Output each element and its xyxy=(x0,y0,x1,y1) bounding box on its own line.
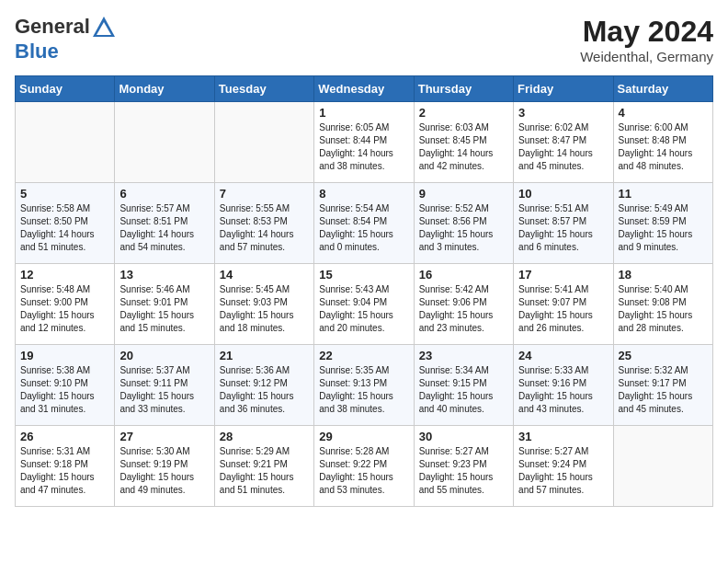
day-info: Sunrise: 6:02 AM Sunset: 8:47 PM Dayligh… xyxy=(518,121,608,173)
day-number: 11 xyxy=(619,187,708,201)
day-info: Sunrise: 5:54 AM Sunset: 8:54 PM Dayligh… xyxy=(319,202,408,254)
day-info: Sunrise: 5:48 AM Sunset: 9:00 PM Dayligh… xyxy=(20,283,109,335)
calendar-cell: 17Sunrise: 5:41 AM Sunset: 9:07 PM Dayli… xyxy=(514,264,613,345)
day-info: Sunrise: 5:38 AM Sunset: 9:10 PM Dayligh… xyxy=(20,364,109,416)
day-number: 31 xyxy=(518,430,608,443)
calendar-cell: 6Sunrise: 5:57 AM Sunset: 8:51 PM Daylig… xyxy=(115,183,214,264)
day-number: 4 xyxy=(619,106,708,120)
calendar-cell xyxy=(115,102,214,183)
calendar-cell xyxy=(613,426,712,507)
calendar-cell: 18Sunrise: 5:40 AM Sunset: 9:08 PM Dayli… xyxy=(613,264,712,345)
day-number: 16 xyxy=(419,268,508,282)
day-number: 27 xyxy=(119,430,209,443)
weekday-header: Wednesday xyxy=(314,76,414,102)
day-info: Sunrise: 5:34 AM Sunset: 9:15 PM Dayligh… xyxy=(419,364,508,416)
calendar-cell: 24Sunrise: 5:33 AM Sunset: 9:16 PM Dayli… xyxy=(514,345,613,426)
calendar-cell: 13Sunrise: 5:46 AM Sunset: 9:01 PM Dayli… xyxy=(115,264,214,345)
calendar-cell xyxy=(214,102,313,183)
day-info: Sunrise: 5:55 AM Sunset: 8:53 PM Dayligh… xyxy=(220,202,309,254)
calendar-cell: 31Sunrise: 5:27 AM Sunset: 9:24 PM Dayli… xyxy=(514,426,613,507)
logo: GeneralBlue xyxy=(15,15,118,63)
page-header: GeneralBlue May 2024 Weidenthal, Germany xyxy=(15,15,713,64)
day-number: 14 xyxy=(220,268,309,282)
day-number: 9 xyxy=(419,187,508,201)
calendar-cell: 9Sunrise: 5:52 AM Sunset: 8:56 PM Daylig… xyxy=(414,183,513,264)
day-number: 18 xyxy=(619,268,708,282)
day-number: 23 xyxy=(419,349,508,362)
day-number: 29 xyxy=(319,430,408,443)
day-info: Sunrise: 5:52 AM Sunset: 8:56 PM Dayligh… xyxy=(419,202,508,254)
calendar-cell: 1Sunrise: 6:05 AM Sunset: 8:44 PM Daylig… xyxy=(314,102,414,183)
day-info: Sunrise: 5:40 AM Sunset: 9:08 PM Dayligh… xyxy=(619,283,708,335)
calendar-cell: 15Sunrise: 5:43 AM Sunset: 9:04 PM Dayli… xyxy=(314,264,414,345)
calendar-cell: 22Sunrise: 5:35 AM Sunset: 9:13 PM Dayli… xyxy=(314,345,414,426)
day-info: Sunrise: 5:30 AM Sunset: 9:19 PM Dayligh… xyxy=(119,445,209,497)
calendar-cell: 7Sunrise: 5:55 AM Sunset: 8:53 PM Daylig… xyxy=(214,183,313,264)
calendar-cell: 21Sunrise: 5:36 AM Sunset: 9:12 PM Dayli… xyxy=(214,345,313,426)
logo-blue: Blue xyxy=(15,40,59,63)
calendar-cell: 20Sunrise: 5:37 AM Sunset: 9:11 PM Dayli… xyxy=(115,345,214,426)
day-info: Sunrise: 5:28 AM Sunset: 9:22 PM Dayligh… xyxy=(319,445,408,497)
day-info: Sunrise: 5:29 AM Sunset: 9:21 PM Dayligh… xyxy=(220,445,309,497)
day-number: 28 xyxy=(220,430,309,443)
day-number: 3 xyxy=(518,106,608,120)
day-info: Sunrise: 5:37 AM Sunset: 9:11 PM Dayligh… xyxy=(119,364,209,416)
calendar-header: SundayMondayTuesdayWednesdayThursdayFrid… xyxy=(16,76,713,102)
day-number: 17 xyxy=(518,268,608,282)
weekday-header: Saturday xyxy=(613,76,712,102)
calendar-cell: 23Sunrise: 5:34 AM Sunset: 9:15 PM Dayli… xyxy=(414,345,513,426)
day-info: Sunrise: 5:46 AM Sunset: 9:01 PM Dayligh… xyxy=(119,283,209,335)
day-number: 19 xyxy=(20,349,109,362)
day-info: Sunrise: 5:41 AM Sunset: 9:07 PM Dayligh… xyxy=(518,283,608,335)
day-number: 25 xyxy=(619,349,708,362)
calendar-cell: 12Sunrise: 5:48 AM Sunset: 9:00 PM Dayli… xyxy=(16,264,115,345)
day-info: Sunrise: 5:31 AM Sunset: 9:18 PM Dayligh… xyxy=(20,445,109,497)
day-number: 26 xyxy=(20,430,109,443)
day-number: 30 xyxy=(419,430,508,443)
calendar-cell: 25Sunrise: 5:32 AM Sunset: 9:17 PM Dayli… xyxy=(613,345,712,426)
weekday-header: Sunday xyxy=(16,76,115,102)
day-number: 21 xyxy=(220,349,309,362)
calendar-table: SundayMondayTuesdayWednesdayThursdayFrid… xyxy=(15,75,713,507)
calendar-cell: 26Sunrise: 5:31 AM Sunset: 9:18 PM Dayli… xyxy=(16,426,115,507)
day-info: Sunrise: 6:00 AM Sunset: 8:48 PM Dayligh… xyxy=(619,121,708,173)
calendar-cell: 19Sunrise: 5:38 AM Sunset: 9:10 PM Dayli… xyxy=(16,345,115,426)
weekday-header: Tuesday xyxy=(214,76,313,102)
day-info: Sunrise: 5:36 AM Sunset: 9:12 PM Dayligh… xyxy=(220,364,309,416)
day-number: 7 xyxy=(220,187,309,201)
location: Weidenthal, Germany xyxy=(580,49,713,64)
day-number: 1 xyxy=(319,106,408,120)
day-info: Sunrise: 5:42 AM Sunset: 9:06 PM Dayligh… xyxy=(419,283,508,335)
day-number: 12 xyxy=(20,268,109,282)
day-number: 8 xyxy=(319,187,408,201)
day-info: Sunrise: 5:35 AM Sunset: 9:13 PM Dayligh… xyxy=(319,364,408,416)
day-info: Sunrise: 5:33 AM Sunset: 9:16 PM Dayligh… xyxy=(518,364,608,416)
weekday-header: Thursday xyxy=(414,76,513,102)
month-title: May 2024 xyxy=(580,15,713,49)
day-info: Sunrise: 5:43 AM Sunset: 9:04 PM Dayligh… xyxy=(319,283,408,335)
calendar-cell: 11Sunrise: 5:49 AM Sunset: 8:59 PM Dayli… xyxy=(613,183,712,264)
day-info: Sunrise: 5:51 AM Sunset: 8:57 PM Dayligh… xyxy=(518,202,608,254)
day-info: Sunrise: 5:49 AM Sunset: 8:59 PM Dayligh… xyxy=(619,202,708,254)
weekday-header: Monday xyxy=(115,76,214,102)
day-number: 5 xyxy=(20,187,109,201)
day-number: 2 xyxy=(419,106,508,120)
calendar-cell: 30Sunrise: 5:27 AM Sunset: 9:23 PM Dayli… xyxy=(414,426,513,507)
calendar-cell: 29Sunrise: 5:28 AM Sunset: 9:22 PM Dayli… xyxy=(314,426,414,507)
day-number: 22 xyxy=(319,349,408,362)
calendar-cell: 2Sunrise: 6:03 AM Sunset: 8:45 PM Daylig… xyxy=(414,102,513,183)
day-info: Sunrise: 5:58 AM Sunset: 8:50 PM Dayligh… xyxy=(20,202,109,254)
calendar-cell: 8Sunrise: 5:54 AM Sunset: 8:54 PM Daylig… xyxy=(314,183,414,264)
day-number: 20 xyxy=(119,349,209,362)
day-number: 10 xyxy=(518,187,608,201)
title-block: May 2024 Weidenthal, Germany xyxy=(580,15,713,64)
day-number: 6 xyxy=(119,187,209,201)
calendar-cell: 28Sunrise: 5:29 AM Sunset: 9:21 PM Dayli… xyxy=(214,426,313,507)
day-number: 24 xyxy=(518,349,608,362)
logo-general: General xyxy=(15,15,90,38)
day-number: 15 xyxy=(319,268,408,282)
calendar-cell: 16Sunrise: 5:42 AM Sunset: 9:06 PM Dayli… xyxy=(414,264,513,345)
day-number: 13 xyxy=(119,268,209,282)
day-info: Sunrise: 5:45 AM Sunset: 9:03 PM Dayligh… xyxy=(220,283,309,335)
day-info: Sunrise: 6:05 AM Sunset: 8:44 PM Dayligh… xyxy=(319,121,408,173)
